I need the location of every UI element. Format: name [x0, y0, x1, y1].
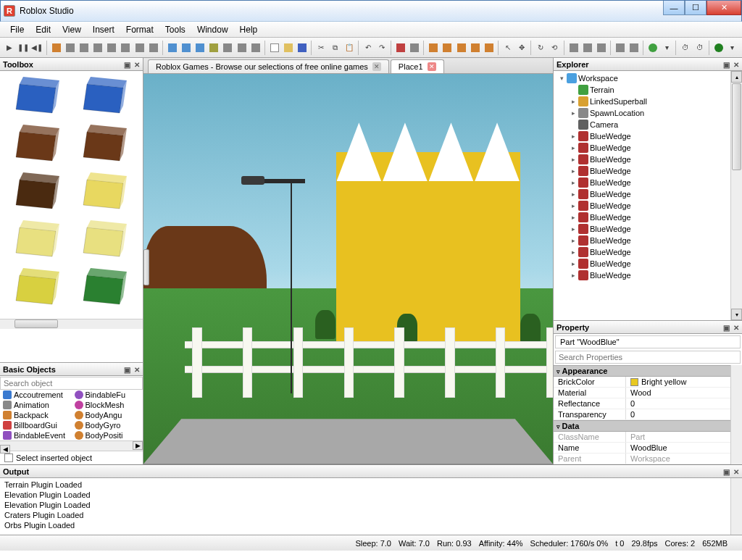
tool-icon[interactable]: [394, 41, 407, 55]
tree-node[interactable]: ▸BlueWedge: [555, 269, 741, 281]
tree-node[interactable]: ▸BlueWedge: [555, 154, 741, 165]
tool-icon[interactable]: [166, 41, 179, 55]
tool-icon[interactable]: [78, 41, 91, 55]
basic-search-input[interactable]: [0, 377, 143, 390]
close-icon[interactable]: ✕: [732, 61, 741, 69]
toolbox-wedge[interactable]: [80, 77, 130, 120]
property-group[interactable]: Appearance: [554, 365, 742, 377]
copy-icon[interactable]: ⧉: [328, 41, 341, 55]
toolbox-wedge[interactable]: [12, 220, 63, 264]
tool-icon[interactable]: [180, 41, 193, 55]
menu-tools[interactable]: Tools: [159, 23, 191, 36]
close-icon[interactable]: ✕: [372, 62, 381, 71]
toolbox-wedge[interactable]: [80, 172, 130, 216]
property-vscroll[interactable]: [730, 365, 742, 464]
play-icon[interactable]: ▶: [3, 41, 16, 55]
tool-icon[interactable]: [614, 41, 627, 55]
new-icon[interactable]: [268, 41, 281, 55]
tree-node[interactable]: Camera: [555, 119, 741, 130]
property-search-input[interactable]: [555, 351, 741, 364]
basic-object-item[interactable]: BlockMesh: [72, 400, 143, 410]
tool-icon[interactable]: [133, 41, 146, 55]
redo-icon[interactable]: ↷: [375, 41, 388, 55]
property-group[interactable]: Data: [554, 420, 742, 432]
basic-hscroll[interactable]: ◀▶: [0, 440, 143, 451]
tab-place1[interactable]: Place1 ✕: [391, 59, 444, 73]
3d-viewport[interactable]: [143, 74, 553, 464]
tool-icon[interactable]: [455, 41, 468, 55]
tool-icon[interactable]: ⏱: [679, 41, 692, 55]
property-row[interactable]: NameWoodBlue: [554, 443, 742, 454]
toolbox-wedge[interactable]: [12, 268, 63, 312]
tool-icon[interactable]: [408, 41, 421, 55]
basic-object-item[interactable]: BillboardGui: [0, 420, 72, 430]
output-vscroll[interactable]: [730, 478, 742, 535]
close-icon[interactable]: ✕: [133, 61, 141, 69]
dock-icon[interactable]: ▣: [122, 366, 131, 374]
tree-node[interactable]: Terrain: [555, 84, 741, 96]
basic-object-item[interactable]: BindableEvent: [0, 430, 72, 440]
window-close-button[interactable]: ✕: [706, 1, 741, 15]
window-minimize-button[interactable]: —: [663, 1, 685, 15]
property-row[interactable]: Reflectance0: [554, 398, 742, 409]
tab-roblox-games[interactable]: Roblox Games - Browse our selections of …: [148, 59, 389, 73]
basic-object-item[interactable]: BodyAngu: [72, 410, 143, 420]
window-maximize-button[interactable]: ☐: [685, 1, 706, 15]
tool-icon[interactable]: [249, 41, 262, 55]
toolbox-wedge[interactable]: [80, 268, 130, 312]
tool-icon[interactable]: [427, 41, 440, 55]
close-icon[interactable]: ✕: [732, 324, 741, 332]
menu-view[interactable]: View: [57, 23, 87, 36]
move-icon[interactable]: ✥: [515, 41, 528, 55]
close-icon[interactable]: ✕: [133, 366, 141, 374]
tool-icon[interactable]: [193, 41, 207, 55]
tree-node[interactable]: ▸BlueWedge: [555, 130, 741, 142]
basic-object-item[interactable]: Animation: [0, 400, 72, 410]
save-icon[interactable]: [296, 41, 309, 55]
menu-insert[interactable]: Insert: [87, 23, 120, 36]
tool-icon[interactable]: [581, 41, 594, 55]
tree-node[interactable]: ▾Workspace: [555, 72, 741, 84]
pause-icon[interactable]: ❚❚: [17, 41, 30, 55]
tree-node[interactable]: ▸BlueWedge: [555, 177, 741, 188]
tree-node[interactable]: ▸SpawnLocation: [555, 107, 741, 119]
tool-icon[interactable]: [628, 41, 641, 55]
tree-node[interactable]: ▸BlueWedge: [555, 235, 741, 246]
basic-object-item[interactable]: BodyPositi: [72, 430, 143, 440]
select-icon[interactable]: ↖: [501, 41, 514, 55]
tool-icon[interactable]: [91, 41, 104, 55]
tool-icon[interactable]: ⏱: [693, 41, 706, 55]
tool-icon[interactable]: [441, 41, 454, 55]
tool-icon[interactable]: [469, 41, 482, 55]
tool-icon[interactable]: [235, 41, 249, 55]
property-row[interactable]: ClassNamePart: [554, 432, 742, 443]
tree-node[interactable]: ▸BlueWedge: [555, 212, 741, 223]
tree-node[interactable]: ▸LinkedSuperball: [555, 96, 741, 107]
tree-node[interactable]: ▸BlueWedge: [555, 258, 741, 269]
tree-node[interactable]: ▸BlueWedge: [555, 246, 741, 258]
tool-icon[interactable]: [646, 41, 659, 55]
tool-icon[interactable]: ⟲: [548, 41, 561, 55]
dock-icon[interactable]: ▣: [122, 61, 131, 69]
viewport-handle[interactable]: [143, 249, 149, 285]
close-icon[interactable]: ✕: [428, 62, 436, 71]
tree-node[interactable]: ▸BlueWedge: [555, 188, 741, 200]
dock-icon[interactable]: ▣: [722, 468, 730, 476]
rotate-icon[interactable]: ↻: [534, 41, 547, 55]
tree-node[interactable]: ▸BlueWedge: [555, 223, 741, 235]
tool-icon[interactable]: [147, 41, 160, 55]
explorer-vscroll[interactable]: ▴▾: [730, 71, 742, 320]
menu-help[interactable]: Help: [234, 23, 264, 36]
dock-icon[interactable]: ▣: [722, 324, 730, 332]
menu-window[interactable]: Window: [191, 23, 234, 36]
tree-node[interactable]: ▸BlueWedge: [555, 200, 741, 212]
tree-node[interactable]: ▸BlueWedge: [555, 165, 741, 177]
basic-object-item[interactable]: Backpack: [0, 410, 72, 420]
property-row[interactable]: ParentWorkspace: [554, 454, 742, 464]
property-row[interactable]: BrickColorBright yellow: [554, 377, 742, 388]
tool-icon[interactable]: [595, 41, 608, 55]
tool-icon[interactable]: [483, 41, 496, 55]
tool-icon[interactable]: ▾: [726, 41, 739, 55]
undo-icon[interactable]: ↶: [362, 41, 375, 55]
menu-format[interactable]: Format: [120, 23, 159, 36]
